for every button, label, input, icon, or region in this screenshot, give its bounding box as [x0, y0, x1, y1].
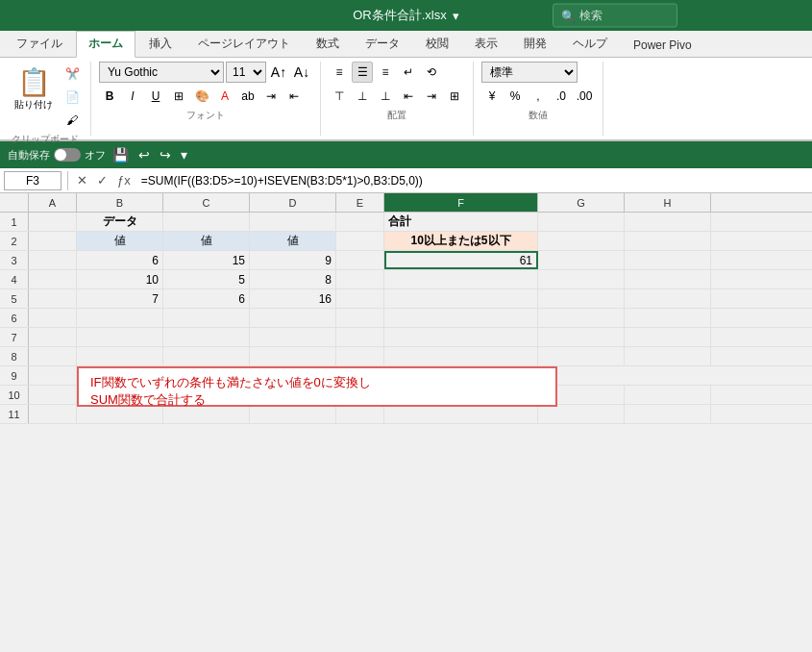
font-name-select[interactable]: Yu Gothic [99, 62, 224, 83]
cell-g1[interactable] [538, 213, 625, 231]
cell-a3[interactable] [29, 251, 77, 269]
cell-d1[interactable] [250, 213, 336, 231]
cell-e4[interactable] [336, 270, 384, 288]
cell-f2[interactable]: 10以上または5以下 [384, 232, 538, 250]
tab-insert[interactable]: 挿入 [136, 31, 185, 57]
align-right-button[interactable]: ≡ [375, 62, 396, 83]
insert-function-button[interactable]: ƒx [114, 172, 134, 188]
row-header-5[interactable]: 5 [0, 289, 29, 308]
cell-e8[interactable] [336, 347, 384, 365]
number-format-select[interactable]: 標準 [481, 62, 578, 83]
cell-c3[interactable]: 15 [163, 251, 250, 269]
col-header-c[interactable]: C [163, 193, 250, 212]
cell-g6[interactable] [538, 309, 625, 327]
row-header-2[interactable]: 2 [0, 232, 29, 250]
row-header-8[interactable]: 8 [0, 347, 29, 365]
cell-c5[interactable]: 6 [163, 289, 250, 308]
italic-button[interactable]: I [122, 86, 143, 107]
cell-e1[interactable] [336, 213, 384, 231]
tab-help[interactable]: ヘルプ [560, 31, 620, 57]
increase-font-button[interactable]: A↑ [268, 62, 289, 83]
row-header-3[interactable]: 3 [0, 251, 29, 269]
cell-g4[interactable] [538, 270, 625, 288]
formula-input[interactable] [137, 173, 808, 188]
cell-a6[interactable] [29, 309, 77, 327]
align-left-button[interactable]: ≡ [329, 62, 350, 83]
col-header-b[interactable]: B [77, 193, 163, 212]
format-painter-button[interactable]: 🖌 [62, 110, 83, 131]
valign-bottom-button[interactable]: ⊥ [375, 86, 396, 107]
cell-e11[interactable] [336, 405, 384, 423]
comma-button[interactable]: , [528, 86, 549, 107]
cell-d5[interactable]: 16 [250, 289, 336, 308]
strikethrough-button[interactable]: ab [237, 86, 258, 107]
cell-a4[interactable] [29, 270, 77, 288]
cell-a9[interactable] [29, 366, 77, 385]
tab-powerpivot[interactable]: Power Pivo [621, 34, 704, 57]
cell-d6[interactable] [250, 309, 336, 327]
col-header-g[interactable]: G [538, 193, 625, 212]
cell-d2[interactable]: 値 [250, 232, 336, 250]
cell-b2[interactable]: 値 [77, 232, 163, 250]
underline-button[interactable]: U [145, 86, 166, 107]
row-header-9[interactable]: 9 [0, 366, 29, 385]
decrease-font-button[interactable]: A↓ [291, 62, 312, 83]
cell-b8[interactable] [77, 347, 163, 365]
cut-button[interactable]: ✂️ [62, 63, 83, 85]
tab-home[interactable]: ホーム [76, 31, 135, 58]
currency-button[interactable]: ¥ [481, 86, 503, 107]
cell-h5[interactable] [625, 289, 711, 308]
cell-e3[interactable] [336, 251, 384, 269]
row-header-6[interactable]: 6 [0, 309, 29, 327]
confirm-formula-button[interactable]: ✓ [94, 172, 111, 188]
cell-c1[interactable] [163, 213, 250, 231]
cell-f6[interactable] [384, 309, 538, 327]
cell-f8[interactable] [384, 347, 538, 365]
cell-d11[interactable] [250, 405, 336, 423]
search-box[interactable]: 🔍 検索 [553, 4, 677, 28]
cell-b4[interactable]: 10 [77, 270, 163, 288]
cell-f11[interactable] [384, 405, 538, 423]
align-center-button[interactable]: ☰ [352, 62, 373, 83]
row-header-4[interactable]: 4 [0, 270, 29, 288]
cell-d4[interactable]: 8 [250, 270, 336, 288]
col-header-a[interactable]: A [29, 193, 77, 212]
tab-formula[interactable]: 数式 [304, 31, 352, 57]
cell-d7[interactable] [250, 328, 336, 346]
copy-button[interactable]: 📄 [62, 87, 83, 108]
cell-a10[interactable] [29, 386, 77, 404]
col-header-d[interactable]: D [250, 193, 336, 212]
cell-h6[interactable] [625, 309, 711, 327]
cell-g11[interactable] [538, 405, 625, 423]
row-header-10[interactable]: 10 [0, 386, 29, 404]
row-header-1[interactable]: 1 [0, 213, 29, 231]
col-header-e[interactable]: E [336, 193, 384, 212]
cancel-formula-button[interactable]: ✕ [74, 172, 90, 188]
cell-a1[interactable] [29, 213, 77, 231]
cell-h10[interactable] [625, 386, 711, 404]
cell-e5[interactable] [336, 289, 384, 308]
font-size-select[interactable]: 11 [226, 62, 266, 83]
wrap-text-button[interactable]: ↵ [398, 62, 419, 83]
increase-decimal-button[interactable]: .0 [551, 86, 572, 107]
cell-h11[interactable] [625, 405, 711, 423]
row-header-11[interactable]: 11 [0, 405, 29, 423]
autosave-toggle[interactable] [54, 148, 81, 162]
cell-b6[interactable] [77, 309, 163, 327]
merge-button[interactable]: ⊞ [444, 86, 465, 107]
tab-review[interactable]: 校閲 [413, 31, 461, 57]
paste-button[interactable]: 📋 貼り付け [8, 63, 60, 114]
tab-view[interactable]: 表示 [462, 31, 510, 57]
indent-less-button[interactable]: ⇤ [398, 86, 419, 107]
cell-b3[interactable]: 6 [77, 251, 163, 269]
cell-a8[interactable] [29, 347, 77, 365]
cell-b5[interactable]: 7 [77, 289, 163, 308]
cell-f4[interactable] [384, 270, 538, 288]
cell-f7[interactable] [384, 328, 538, 346]
cell-h4[interactable] [625, 270, 711, 288]
cell-c6[interactable] [163, 309, 250, 327]
tab-dev[interactable]: 開発 [511, 31, 559, 57]
cell-h8[interactable] [625, 347, 711, 365]
indent-button[interactable]: ⇥ [260, 86, 282, 107]
outdent-button[interactable]: ⇤ [283, 86, 305, 107]
